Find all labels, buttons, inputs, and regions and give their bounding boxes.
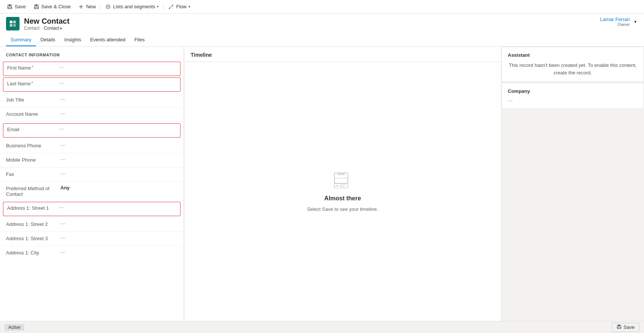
fax-label: Fax <box>6 171 60 177</box>
fax-value[interactable]: --- <box>60 171 178 176</box>
header-top: New Contact Contact · Contact ▾ Lamar Fe… <box>6 17 638 31</box>
last-name-required-star: * <box>32 81 33 85</box>
flow-button[interactable]: Flow ▾ <box>164 0 194 14</box>
account-name-value[interactable]: --- <box>60 110 178 116</box>
job-title-field: Job Title --- <box>0 93 184 107</box>
business-phone-field: Business Phone --- <box>0 139 184 153</box>
page-title: New Contact <box>24 17 69 26</box>
new-label: New <box>86 4 96 9</box>
owner-label: Owner <box>600 22 630 27</box>
save-button[interactable]: Save <box>3 0 30 14</box>
first-name-field[interactable]: First Name * --- <box>3 62 181 76</box>
app-icon <box>6 17 20 30</box>
job-title-value[interactable]: --- <box>60 96 178 102</box>
flow-label: Flow <box>176 4 186 9</box>
last-name-field[interactable]: Last Name * --- <box>3 77 181 92</box>
header-subtitle: Contact · Contact ▾ <box>24 26 69 31</box>
bottom-save-button[interactable]: Save <box>612 323 639 332</box>
last-name-label: Last Name * <box>7 80 59 86</box>
preferred-contact-value[interactable]: Any <box>60 185 178 191</box>
address1-street2-field: Address 1: Street 2 --- <box>0 218 184 232</box>
svg-rect-13 <box>10 21 12 23</box>
svg-rect-2 <box>8 7 12 8</box>
header-right: Lamar Ferrari Owner ▾ <box>600 17 638 27</box>
owner-info: Lamar Ferrari Owner <box>600 17 630 27</box>
assistant-card: Assistant This record hasn't been create… <box>501 47 644 82</box>
header-chevron-button[interactable]: ▾ <box>633 18 638 26</box>
owner-name[interactable]: Lamar Ferrari <box>600 17 630 22</box>
svg-rect-1 <box>9 5 11 6</box>
left-panel: CONTACT INFORMATION First Name * --- Las… <box>0 47 184 321</box>
company-card-value[interactable]: --- <box>508 98 638 103</box>
preferred-contact-label: Preferred Method of Contact <box>6 185 60 197</box>
timeline-empty-title: Almost there <box>324 195 361 202</box>
header-title-block: New Contact Contact · Contact ▾ <box>24 17 69 31</box>
first-name-value[interactable]: --- <box>59 64 176 70</box>
mobile-phone-value[interactable]: --- <box>60 156 178 162</box>
first-name-required-star: * <box>32 65 33 70</box>
status-badge: Active <box>5 324 24 331</box>
timeline-empty-subtitle: Select Save to see your timeline. <box>307 206 378 212</box>
save-close-button[interactable]: Save & Close <box>30 0 75 14</box>
timeline-empty-state: Almost there Select Save to see your tim… <box>185 62 501 321</box>
lists-segments-icon <box>105 4 111 10</box>
divider-1 <box>100 3 101 11</box>
address1-street1-value[interactable]: --- <box>59 204 176 210</box>
header-left: New Contact Contact · Contact ▾ <box>6 17 69 31</box>
tab-insights[interactable]: Insights <box>60 34 86 46</box>
lists-segments-label: Lists and segments <box>113 4 155 9</box>
email-field[interactable]: Email --- <box>3 123 181 138</box>
svg-point-11 <box>169 8 170 9</box>
mobile-phone-label: Mobile Phone <box>6 156 60 163</box>
address1-street2-label: Address 1: Street 2 <box>6 221 60 227</box>
tab-details[interactable]: Details <box>36 34 60 46</box>
timeline-title: Timeline <box>185 47 501 62</box>
svg-point-21 <box>337 185 338 186</box>
company-card-title: Company <box>508 88 638 94</box>
tabs-container: Summary Details Insights Events attended… <box>6 34 638 46</box>
preferred-contact-field: Preferred Method of Contact Any <box>0 182 184 200</box>
bottom-bar: Active Save <box>0 321 644 333</box>
address1-city-value[interactable]: --- <box>60 249 178 255</box>
save-icon <box>7 4 13 10</box>
address1-street1-label: Address 1: Street 1 <box>7 204 59 211</box>
svg-rect-16 <box>13 24 16 27</box>
bottom-save-label: Save <box>623 324 635 330</box>
timeline-empty-icon <box>332 171 353 191</box>
bottom-save-icon <box>617 324 621 330</box>
save-close-label: Save & Close <box>41 4 71 9</box>
assistant-card-message: This record hasn't been created yet. To … <box>508 62 638 76</box>
business-phone-value[interactable]: --- <box>60 142 178 148</box>
subtitle-right-dropdown[interactable]: Contact ▾ <box>44 26 62 31</box>
tab-events-attended[interactable]: Events attended <box>86 34 130 46</box>
job-title-label: Job Title <box>6 96 60 103</box>
svg-rect-20 <box>334 183 348 188</box>
toolbar: Save Save & Close New <box>0 0 644 14</box>
company-card: Company --- <box>501 83 644 109</box>
address1-city-label: Address 1: City <box>6 249 60 256</box>
subtitle-chevron-icon: ▾ <box>60 26 62 30</box>
address1-street3-label: Address 1: Street 3 <box>6 235 60 241</box>
lists-segments-chevron: ▾ <box>157 5 159 9</box>
new-button[interactable]: New <box>74 0 99 14</box>
fax-field: Fax --- <box>0 168 184 182</box>
divider-2 <box>163 3 164 11</box>
last-name-value[interactable]: --- <box>59 80 176 86</box>
address1-street1-field[interactable]: Address 1: Street 1 --- <box>3 202 181 216</box>
address1-street2-value[interactable]: --- <box>60 221 178 226</box>
lists-segments-button[interactable]: Lists and segments ▾ <box>101 0 163 14</box>
address1-street3-value[interactable]: --- <box>60 235 178 241</box>
svg-point-8 <box>106 5 110 9</box>
assistant-card-title: Assistant <box>508 52 638 58</box>
svg-point-12 <box>173 5 174 6</box>
tab-summary[interactable]: Summary <box>6 34 36 46</box>
tab-files[interactable]: Files <box>130 34 149 46</box>
email-value[interactable]: --- <box>59 126 176 132</box>
address1-street3-field: Address 1: Street 3 --- <box>0 232 184 246</box>
main-content: CONTACT INFORMATION First Name * --- Las… <box>0 47 644 321</box>
svg-rect-15 <box>10 24 12 27</box>
subtitle-right: Contact <box>44 26 59 31</box>
first-name-label: First Name * <box>7 64 59 71</box>
right-panel: Assistant This record hasn't been create… <box>501 47 644 321</box>
flow-icon <box>168 4 174 10</box>
